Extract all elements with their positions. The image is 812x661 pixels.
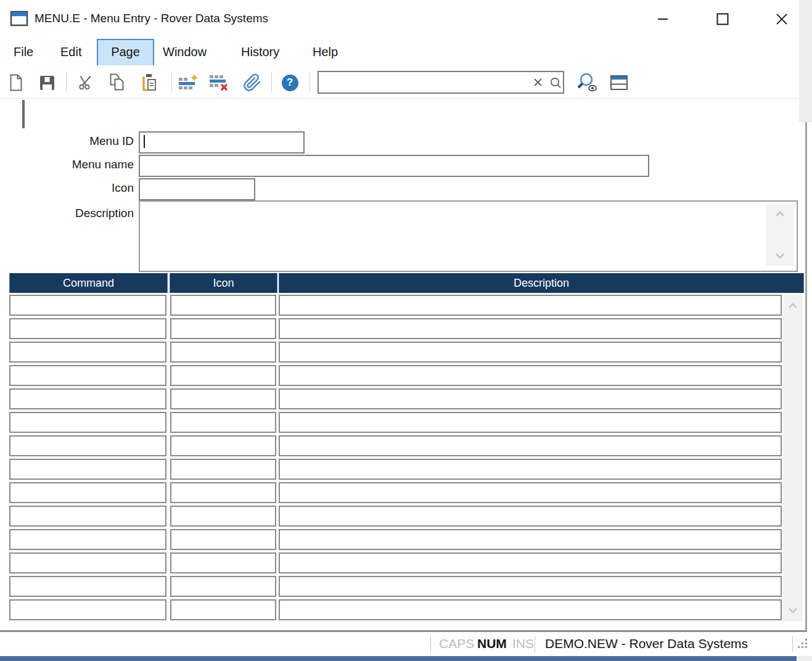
cell-command[interactable]: [9, 365, 166, 386]
cell-icon[interactable]: [170, 576, 276, 597]
menu-history[interactable]: History: [241, 38, 279, 65]
cell-command[interactable]: [9, 459, 166, 480]
cell-description[interactable]: [279, 412, 782, 433]
cell-command[interactable]: [9, 552, 166, 573]
cell-icon[interactable]: [170, 342, 276, 363]
window-system-icon[interactable]: [10, 10, 28, 27]
cell-command[interactable]: [9, 295, 166, 316]
menu-file[interactable]: File: [14, 38, 33, 65]
status-separator: [792, 636, 793, 652]
maximize-button[interactable]: [712, 10, 733, 28]
minimize-button[interactable]: [652, 10, 673, 28]
table-row: [0, 529, 812, 550]
cell-description[interactable]: [279, 552, 782, 573]
search-icon[interactable]: [549, 76, 562, 89]
menu-help[interactable]: Help: [313, 38, 338, 65]
attachment-icon: [243, 73, 261, 92]
attachment-button[interactable]: [240, 70, 265, 95]
window-layout-button[interactable]: [607, 70, 631, 95]
cell-command[interactable]: [9, 388, 166, 409]
column-header-command[interactable]: Command: [9, 273, 168, 293]
cell-description[interactable]: [279, 435, 782, 456]
window-title: MENU.E - Menu Entry - Rover Data Systems: [35, 12, 268, 25]
table-row: [0, 506, 812, 527]
cell-command[interactable]: [9, 318, 166, 339]
cell-icon[interactable]: [170, 506, 276, 527]
cell-icon[interactable]: [170, 295, 276, 316]
minimize-icon: [656, 12, 670, 26]
cell-icon[interactable]: [170, 552, 276, 573]
close-button[interactable]: [771, 10, 792, 28]
window-right-border: [805, 122, 807, 630]
cell-command[interactable]: [9, 599, 166, 620]
scroll-up-icon[interactable]: [787, 302, 798, 309]
menu-window[interactable]: Window: [163, 38, 207, 65]
cell-command[interactable]: [9, 529, 166, 550]
description-scrollbar[interactable]: [766, 204, 794, 266]
window-bottom-border: [0, 656, 797, 661]
cell-description[interactable]: [279, 318, 782, 339]
search-box: [318, 71, 564, 94]
scroll-down-icon[interactable]: [787, 607, 798, 614]
table-row: [0, 412, 812, 433]
copy-button[interactable]: [105, 70, 129, 95]
find-preview-button[interactable]: [575, 70, 599, 95]
save-button[interactable]: [35, 70, 59, 95]
cell-description[interactable]: [279, 599, 782, 620]
cell-description[interactable]: [279, 459, 782, 480]
menu-page[interactable]: Page: [97, 39, 154, 67]
table-scrollbar[interactable]: [783, 295, 803, 622]
table-row: [0, 342, 812, 363]
cell-icon[interactable]: [170, 412, 276, 433]
toolbar-separator: [171, 72, 172, 92]
cell-icon[interactable]: [170, 482, 276, 503]
new-document-button[interactable]: [4, 70, 28, 95]
cell-icon[interactable]: [170, 529, 276, 550]
scroll-down-icon[interactable]: [774, 253, 785, 260]
cell-command[interactable]: [9, 342, 166, 363]
title-bar[interactable]: MENU.E - Menu Entry - Rover Data Systems: [0, 0, 812, 38]
table-row: [0, 552, 812, 573]
cut-button[interactable]: [73, 70, 98, 95]
cell-icon[interactable]: [170, 435, 276, 456]
column-header-description[interactable]: Description: [279, 273, 804, 293]
cell-description[interactable]: [279, 506, 782, 527]
cell-description[interactable]: [279, 365, 782, 386]
clear-search-icon[interactable]: [533, 77, 543, 88]
cell-command[interactable]: [9, 412, 166, 433]
menu-id-input[interactable]: [139, 131, 305, 154]
scroll-up-icon[interactable]: [774, 210, 785, 217]
menu-name-input[interactable]: [139, 155, 649, 177]
cell-command[interactable]: [9, 435, 166, 456]
cell-icon[interactable]: [170, 459, 276, 480]
cell-icon[interactable]: [170, 365, 276, 386]
resize-grip[interactable]: [796, 637, 808, 649]
search-input[interactable]: [321, 73, 527, 92]
cell-description[interactable]: [279, 388, 782, 409]
delete-row-icon: [208, 73, 229, 92]
delete-row-button[interactable]: [207, 70, 231, 95]
cell-description[interactable]: [279, 295, 782, 316]
paste-button[interactable]: [137, 70, 162, 95]
table-row: [0, 295, 812, 316]
icon-input[interactable]: [139, 178, 255, 200]
cell-icon[interactable]: [170, 318, 276, 339]
table-row: [0, 459, 812, 480]
cell-description[interactable]: [279, 576, 782, 597]
cell-command[interactable]: [9, 506, 166, 527]
cell-description[interactable]: [279, 482, 782, 503]
insert-row-button[interactable]: [176, 70, 200, 95]
column-header-icon[interactable]: Icon: [170, 273, 277, 293]
cell-description[interactable]: [279, 342, 782, 363]
cell-icon[interactable]: [170, 599, 276, 620]
status-separator: [430, 636, 431, 652]
insert-row-icon: [178, 74, 199, 91]
cell-command[interactable]: [9, 482, 166, 503]
cell-description[interactable]: [279, 529, 782, 550]
cell-command[interactable]: [9, 576, 166, 597]
desktop-corner: [797, 656, 812, 661]
help-button[interactable]: ?: [277, 70, 302, 95]
description-input[interactable]: [139, 200, 798, 272]
cell-icon[interactable]: [170, 388, 276, 409]
menu-edit[interactable]: Edit: [60, 38, 81, 65]
